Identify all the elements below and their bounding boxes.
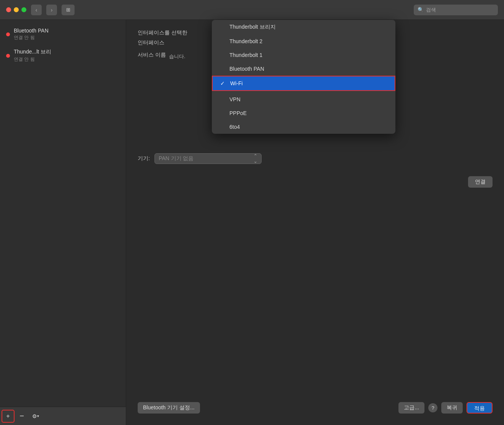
dropdown-item-label: Thunderbolt 1 [229,52,262,58]
dropdown-item-thunderbolt-2[interactable]: Thunderbolt 2 [212,34,395,48]
select-interface-label: 인터페이스를 선택한 [138,29,187,36]
device-label: 기기: [138,155,150,162]
gear-button[interactable]: ⚙ ▾ [29,410,42,423]
bluetooth-settings-button[interactable]: Bluetooth 기기 설정... [138,402,200,414]
dropdown-overlay: Thunderbolt 브리지 Thunderbolt 2 Thunderbol… [126,20,504,425]
close-button[interactable] [6,7,11,12]
dropdown-item-label: Thunderbolt 2 [229,38,262,44]
back-button[interactable]: ‹ [31,5,42,15]
dropdown-item-thunderbolt-bridge[interactable]: Thunderbolt 브리지 [212,20,395,34]
status-dot-red [6,32,10,36]
chevron-up-down-icon: ⌃⌄ [254,153,257,164]
bottom-bar: Bluetooth 기기 설정... 고급... ? 복귀 적용 [138,402,493,414]
help-button[interactable]: ? [428,403,437,412]
dropdown-item-thunderbolt-1[interactable]: Thunderbolt 1 [212,48,395,62]
maximize-button[interactable] [21,7,26,12]
bottom-left: Bluetooth 기기 설정... [138,402,200,414]
sidebar-toolbar: + − ⚙ ▾ [0,407,126,425]
search-box: 🔍 검색 [414,5,498,15]
main-area: Bluetooth PAN 연결 안 됨 Thunde...lt 브리 연결 안… [0,20,504,425]
dropdown-item-wifi[interactable]: ✓ Wi-Fi [212,76,395,91]
dropdown-item-vpn[interactable]: VPN [212,92,395,106]
add-button[interactable]: + [2,410,15,423]
checkmark-icon: ✓ [220,80,226,86]
gear-icon: ⚙ [32,413,37,419]
list-item[interactable]: Bluetooth PAN 연결 안 됨 [0,24,126,45]
traffic-lights [6,7,26,12]
right-panel: 인터페이스를 선택한 인터페이스 서비스 이름 습니다. 기기: PAN 기기 … [126,20,504,425]
dropdown-item-label: Wi-Fi [230,80,243,86]
dropdown-item-label: 6to4 [229,124,240,130]
status-dot-red [6,54,10,58]
bottom-right: 고급... ? 복귀 적용 [398,402,493,414]
dropdown-item-label: VPN [229,96,241,102]
search-placeholder: 검색 [426,6,436,13]
service-name-label: 서비스 이름 [138,52,166,58]
sidebar-list: Bluetooth PAN 연결 안 됨 Thunde...lt 브리 연결 안… [0,24,126,407]
dialog-text: 습니다. [169,53,185,60]
list-item[interactable]: Thunde...lt 브리 연결 안 됨 [0,45,126,67]
advanced-button[interactable]: 고급... [398,402,424,414]
item-name: Thunde...lt 브리 [14,49,51,55]
item-name: Bluetooth PAN [14,28,49,34]
device-row: 기기: PAN 기기 없음 ⌃⌄ [138,153,493,164]
item-status: 연결 안 됨 [14,34,49,41]
dropdown-item-label: PPPoE [229,110,247,116]
apply-button[interactable]: 적용 [467,402,493,414]
minimize-button[interactable] [14,7,19,12]
connect-button[interactable]: 연결 [468,176,493,188]
dropdown-item-bluetooth-pan[interactable]: Bluetooth PAN [212,62,395,76]
chevron-down-icon: ▾ [37,414,39,418]
grid-button[interactable]: ⊞ [62,5,75,15]
device-placeholder: PAN 기기 없음 [159,155,194,162]
item-text: Bluetooth PAN 연결 안 됨 [14,28,49,41]
dropdown-item-6to4[interactable]: 6to4 [212,120,395,134]
dropdown-item-pppoe[interactable]: PPPoE [212,106,395,120]
remove-button[interactable]: − [15,410,28,423]
item-status: 연결 안 됨 [14,56,51,63]
dropdown-item-label: Thunderbolt 브리지 [229,24,276,31]
dropdown-menu[interactable]: Thunderbolt 브리지 Thunderbolt 2 Thunderbol… [212,20,395,134]
device-select[interactable]: PAN 기기 없음 ⌃⌄ [154,153,262,164]
titlebar: ‹ › ⊞ 🔍 검색 [0,0,504,20]
dropdown-item-label: Bluetooth PAN [229,66,264,72]
sidebar: Bluetooth PAN 연결 안 됨 Thunde...lt 브리 연결 안… [0,20,126,425]
forward-button[interactable]: › [46,5,57,15]
revert-button[interactable]: 복귀 [441,402,463,414]
interface-label-text: 인터페이스 [138,39,164,46]
search-icon: 🔍 [418,7,424,13]
item-text: Thunde...lt 브리 연결 안 됨 [14,49,51,63]
